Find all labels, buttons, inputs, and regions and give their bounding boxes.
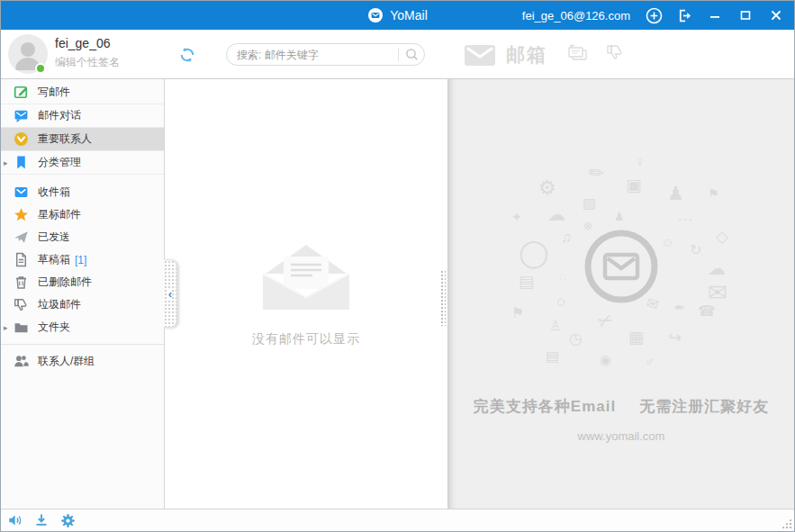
sidebar-item-label: 收件箱: [38, 185, 70, 200]
sidebar-item-compose[interactable]: 写邮件: [1, 81, 164, 104]
decor-icon: ⚑: [708, 187, 719, 200]
message-list-panel: 没有邮件可以显示: [165, 79, 448, 509]
sidebar-item-starred[interactable]: 星标邮件: [1, 203, 164, 226]
maximize-button[interactable]: [736, 6, 754, 24]
minimize-button[interactable]: [706, 6, 724, 24]
decor-icon: ✉: [708, 281, 727, 304]
contacts-icon: [14, 354, 29, 369]
decor-icon: ▤: [519, 274, 534, 290]
sidebar-item-label: 已删除邮件: [38, 275, 92, 290]
decor-icon: ☺: [661, 236, 673, 248]
app-title: YoMail: [390, 8, 428, 23]
sidebar-separator: [1, 344, 164, 345]
yomail-big-logo-icon: [583, 229, 659, 304]
sidebar-item-category[interactable]: ▸分类管理: [1, 151, 164, 175]
window-resize-grip[interactable]: [781, 518, 791, 528]
decor-icon: ♀: [635, 155, 645, 168]
main-area: 写邮件邮件对话重要联系人▸分类管理 收件箱星标邮件已发送草稿箱[1]已删除邮件垃…: [1, 79, 794, 509]
sidebar-top-group: 写邮件邮件对话重要联系人▸分类管理: [1, 81, 164, 175]
yomail-logo-icon: [367, 7, 384, 23]
sidebar-item-sent[interactable]: 已发送: [1, 226, 164, 248]
decor-icon: ◇: [716, 229, 728, 245]
statusbar: [1, 509, 794, 531]
empty-mail-icon: [263, 243, 349, 310]
drafts-icon: [14, 252, 29, 267]
sidebar-item-label: 垃圾邮件: [38, 297, 81, 312]
account-email[interactable]: fei_ge_06@126.com: [522, 9, 630, 23]
refresh-icon[interactable]: [178, 46, 196, 64]
decor-icon: ○: [556, 293, 566, 310]
sidebar-item-label: 文件夹: [38, 320, 70, 335]
sidebar-bottom-group: 联系人/群组: [1, 350, 164, 373]
settings-gear-icon[interactable]: [60, 513, 77, 527]
sidebar-item-chat-mail[interactable]: 邮件对话: [1, 104, 164, 128]
sidebar-collapse-handle[interactable]: ‹: [164, 259, 177, 328]
sidebar-item-label: 邮件对话: [38, 108, 81, 123]
decor-icon: ▦: [628, 329, 644, 346]
decor-icon: …: [677, 207, 693, 223]
decor-icon: ✂: [595, 309, 617, 331]
mailbox-label: 邮箱: [506, 42, 547, 68]
thumbs-down-icon[interactable]: [606, 43, 627, 66]
sidebar-item-drafts[interactable]: 草稿箱[1]: [1, 248, 164, 271]
decor-icon: ▤: [546, 349, 559, 364]
mailbox-icon: [464, 42, 496, 68]
sidebar-item-contacts[interactable]: 联系人/群组: [1, 350, 164, 373]
chat-mail-icon: [14, 108, 29, 123]
sidebar-item-label: 分类管理: [38, 155, 81, 170]
search-input[interactable]: [237, 49, 392, 61]
decor-icon: ▨: [583, 196, 596, 211]
decor-icon: ↻: [690, 243, 701, 257]
sent-icon: [14, 230, 29, 245]
spam-icon: [14, 297, 29, 312]
search-icon[interactable]: [405, 48, 419, 61]
decor-icon: ✎: [585, 161, 609, 185]
decor-icon: ◷: [569, 331, 583, 347]
header: fei_ge_06 编辑个性签名 邮箱: [1, 30, 794, 79]
sidebar-item-label: 重要联系人: [38, 131, 92, 147]
tagline-left: 完美支持各种Email: [474, 396, 616, 417]
edit-signature-link[interactable]: 编辑个性签名: [55, 55, 120, 70]
close-button[interactable]: [767, 6, 785, 24]
decor-icon: ▣: [626, 176, 642, 194]
titlebar[interactable]: YoMail fei_ge_06@126.com: [1, 1, 794, 30]
decor-icon: ☁: [708, 259, 726, 277]
website-url: www.yomail.com: [448, 429, 794, 443]
category-icon: [14, 155, 29, 170]
download-icon[interactable]: [34, 513, 50, 527]
preview-panel: ⚙✎♀▣♟⚑▨☁✦⊗♟…♫◇☺↻◯☁◌▤✉○✉✒☎⚑✂♙◷▦↪▤◉♂ 完美支持各…: [448, 79, 794, 509]
decor-icon: ◌: [559, 270, 566, 283]
panel-resize-handle[interactable]: [440, 270, 446, 326]
sidebar-item-vip-contacts[interactable]: 重要联系人: [1, 128, 164, 151]
sidebar-item-spam[interactable]: 垃圾邮件: [1, 293, 164, 316]
sidebar-item-inbox[interactable]: 收件箱: [1, 181, 164, 203]
sidebar-item-label: 星标邮件: [38, 207, 81, 222]
expand-arrow-icon[interactable]: ▸: [4, 316, 8, 338]
logout-icon[interactable]: [675, 6, 693, 24]
deleted-icon: [14, 275, 29, 290]
inbox-icon: [14, 185, 29, 200]
sidebar-item-label: 写邮件: [38, 85, 70, 100]
decor-icon: ♫: [561, 230, 572, 245]
sidebar-folder-group: 收件箱星标邮件已发送草稿箱[1]已删除邮件垃圾邮件▸文件夹: [1, 181, 164, 338]
decor-icon: ♟: [667, 184, 684, 203]
search-box[interactable]: [226, 43, 425, 66]
sound-icon[interactable]: [8, 513, 24, 527]
folders-icon: [14, 320, 29, 335]
sidebar-item-deleted[interactable]: 已删除邮件: [1, 271, 164, 293]
sidebar-item-folders[interactable]: ▸文件夹: [1, 316, 164, 338]
decor-icon: ✒: [674, 301, 686, 314]
decor-icon: ⚙: [538, 178, 556, 198]
tagline-right: 无需注册汇聚好友: [639, 396, 769, 417]
decor-icon: ⚑: [511, 306, 524, 320]
mail-stack-icon[interactable]: [565, 43, 588, 66]
add-account-icon[interactable]: [645, 6, 663, 24]
decor-icon: ♙: [549, 319, 561, 332]
decor-icon: ✦: [511, 211, 522, 223]
online-status-dot: [35, 63, 46, 74]
empty-state-text: 没有邮件可以显示: [252, 331, 360, 347]
sidebar-item-label: 联系人/群组: [38, 354, 95, 369]
expand-arrow-icon[interactable]: ▸: [4, 151, 8, 174]
username: fei_ge_06: [55, 36, 120, 50]
sidebar: 写邮件邮件对话重要联系人▸分类管理 收件箱星标邮件已发送草稿箱[1]已删除邮件垃…: [1, 79, 165, 509]
